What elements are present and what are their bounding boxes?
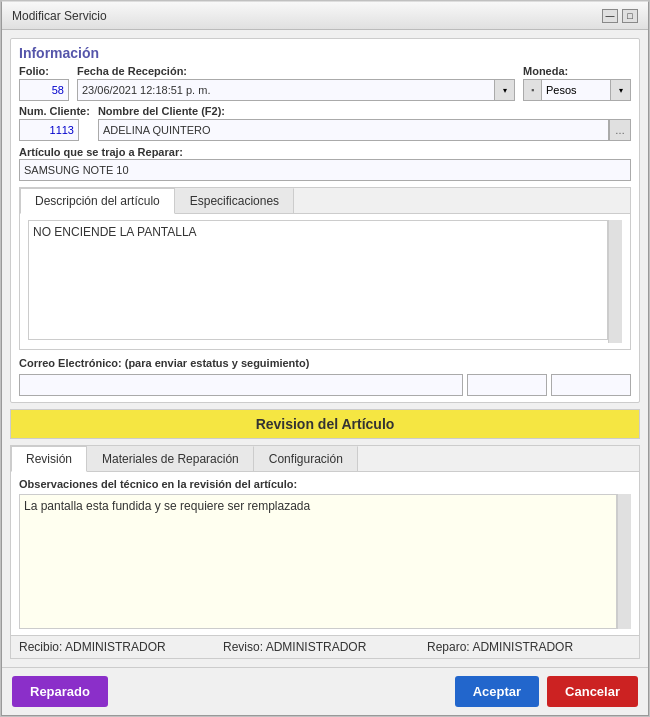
btn-right-group: Aceptar Cancelar	[455, 676, 638, 707]
client-row: Num. Cliente: Nombre del Cliente (F2): …	[19, 105, 631, 141]
fecha-label: Fecha de Recepción:	[77, 65, 515, 77]
email-label: Correo Electrónico: (para enviar estatus…	[19, 357, 309, 369]
tab-especificaciones[interactable]: Especificaciones	[175, 188, 294, 213]
description-tabs-header: Descripción del artículo Especificacione…	[20, 188, 630, 214]
window-content: Información Folio: Fecha de Recepción: ▾…	[2, 30, 648, 667]
cancelar-button[interactable]: Cancelar	[547, 676, 638, 707]
nombre-cliente-input[interactable]	[98, 119, 609, 141]
window-controls: — □	[602, 9, 638, 23]
revision-tabs-header: Revisión Materiales de Reparación Config…	[11, 446, 639, 472]
num-cliente-group: Num. Cliente:	[19, 105, 90, 141]
nombre-cliente-browse[interactable]: …	[609, 119, 631, 141]
articulo-label: Artículo que se trajo a Reparar:	[19, 146, 183, 158]
obs-label: Observaciones del técnico en la revisión…	[19, 478, 631, 490]
info-section: Información Folio: Fecha de Recepción: ▾…	[10, 38, 640, 403]
recibio-label: Recibio:	[19, 640, 65, 654]
reparo-value: ADMINISTRADOR	[472, 640, 573, 654]
email-extra-2[interactable]	[551, 374, 631, 396]
recibio-value: ADMINISTRADOR	[65, 640, 166, 654]
description-tab-content: NO ENCIENDE LA PANTALLA	[20, 214, 630, 349]
section-header-info: Información	[19, 45, 631, 61]
description-textarea[interactable]: NO ENCIENDE LA PANTALLA	[28, 220, 608, 340]
revision-tab-materiales[interactable]: Materiales de Reparación	[87, 446, 254, 471]
status-recibio: Recibio: ADMINISTRADOR	[19, 640, 223, 654]
revision-header: Revision del Artículo	[10, 409, 640, 439]
moneda-group: Moneda: ▪ ▾	[523, 65, 631, 101]
folio-group: Folio:	[19, 65, 69, 101]
revision-tab-revision[interactable]: Revisión	[11, 446, 87, 472]
email-section: Correo Electrónico: (para enviar estatus…	[19, 356, 631, 396]
window-title: Modificar Servicio	[12, 9, 107, 23]
aceptar-button[interactable]: Aceptar	[455, 676, 539, 707]
tab-descripcion[interactable]: Descripción del artículo	[20, 188, 175, 214]
revision-tab-content: Observaciones del técnico en la revisión…	[11, 472, 639, 635]
footer-buttons: Reparado Aceptar Cancelar	[2, 667, 648, 715]
folio-label: Folio:	[19, 65, 69, 77]
moneda-wrapper: ▪ ▾	[523, 79, 631, 101]
status-reparo: Reparo: ADMINISTRADOR	[427, 640, 631, 654]
maximize-button[interactable]: □	[622, 9, 638, 23]
obs-textarea[interactable]: La pantalla esta fundida y se requiere s…	[19, 494, 617, 629]
moneda-icon: ▪	[523, 79, 541, 101]
moneda-label: Moneda:	[523, 65, 631, 77]
reviso-value: ADMINISTRADOR	[266, 640, 367, 654]
articulo-group: Artículo que se trajo a Reparar:	[19, 145, 631, 181]
reviso-label: Reviso:	[223, 640, 266, 654]
fecha-group: Fecha de Recepción: ▾	[77, 65, 515, 101]
num-cliente-input[interactable]	[19, 119, 79, 141]
nombre-cliente-label: Nombre del Cliente (F2):	[98, 105, 631, 117]
minimize-button[interactable]: —	[602, 9, 618, 23]
fecha-dropdown[interactable]: ▾	[495, 79, 515, 101]
moneda-dropdown[interactable]: ▾	[611, 79, 631, 101]
fecha-input[interactable]	[77, 79, 495, 101]
reparo-label: Reparo:	[427, 640, 472, 654]
description-tabs: Descripción del artículo Especificacione…	[19, 187, 631, 350]
reparado-button[interactable]: Reparado	[12, 676, 108, 707]
status-reviso: Reviso: ADMINISTRADOR	[223, 640, 427, 654]
obs-scrollbar[interactable]	[617, 494, 631, 629]
email-row	[19, 374, 631, 396]
description-scrollbar[interactable]	[608, 220, 622, 343]
email-input[interactable]	[19, 374, 463, 396]
form-row-1: Folio: Fecha de Recepción: ▾ Moneda: ▪	[19, 65, 631, 101]
revision-tab-configuracion[interactable]: Configuración	[254, 446, 358, 471]
description-textarea-wrapper: NO ENCIENDE LA PANTALLA	[28, 220, 622, 343]
nombre-cliente-group: Nombre del Cliente (F2): …	[98, 105, 631, 141]
revision-section: Revisión Materiales de Reparación Config…	[10, 445, 640, 659]
num-cliente-label: Num. Cliente:	[19, 105, 90, 117]
status-bar: Recibio: ADMINISTRADOR Reviso: ADMINISTR…	[11, 635, 639, 658]
title-bar: Modificar Servicio — □	[2, 2, 648, 30]
email-extra-1[interactable]	[467, 374, 547, 396]
folio-input[interactable]	[19, 79, 69, 101]
articulo-input[interactable]	[19, 159, 631, 181]
main-window: Modificar Servicio — □ Información Folio…	[1, 1, 649, 716]
obs-textarea-wrapper: La pantalla esta fundida y se requiere s…	[19, 494, 631, 629]
moneda-select[interactable]	[541, 79, 611, 101]
